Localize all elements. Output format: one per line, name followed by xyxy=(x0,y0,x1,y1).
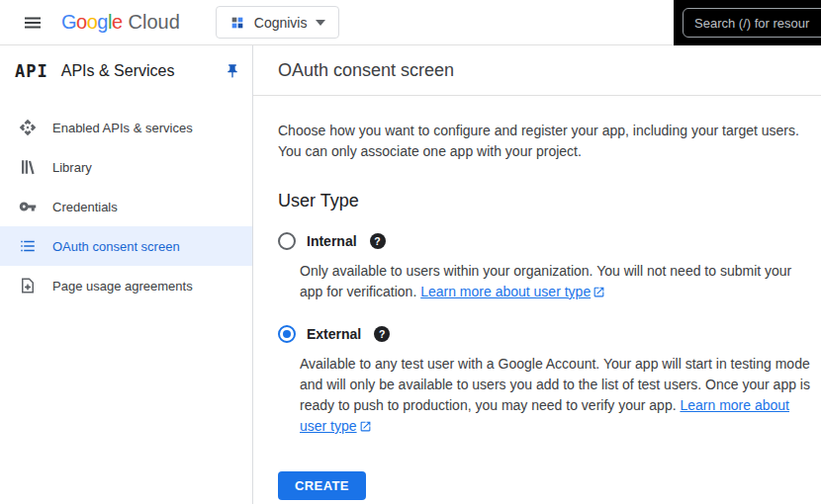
radio-internal[interactable] xyxy=(278,232,296,250)
user-type-option-internal: Internal ? xyxy=(278,232,821,250)
sidebar-nav: Enabled APIs & services Library Credenti… xyxy=(0,96,252,305)
intro-text: Choose how you want to configure and reg… xyxy=(278,121,821,162)
dropdown-arrow-icon xyxy=(316,20,325,26)
menu-icon[interactable] xyxy=(21,11,45,35)
user-type-heading: User Type xyxy=(278,191,821,211)
key-icon xyxy=(19,198,37,215)
search-input[interactable] xyxy=(683,8,821,38)
sidebar-item-library[interactable]: Library xyxy=(0,147,252,187)
option-label-external[interactable]: External xyxy=(307,326,361,342)
google-cloud-console: G o o g l e Cloud Cognivis API APIs & Se… xyxy=(0,0,821,504)
main-header: OAuth consent screen xyxy=(253,45,821,96)
google-cloud-logo: G o o g l e Cloud xyxy=(61,11,180,34)
sidebar-title: APIs & Services xyxy=(61,62,175,80)
create-button[interactable]: CREATE xyxy=(278,471,366,500)
option-description-internal: Only available to users within your orga… xyxy=(300,261,802,304)
library-icon xyxy=(19,158,37,176)
oauth-consent-icon xyxy=(19,237,37,255)
option-description-external: Available to any test user with a Google… xyxy=(300,354,816,439)
project-name: Cognivis xyxy=(254,15,308,31)
sidebar-item-credentials[interactable]: Credentials xyxy=(0,187,252,226)
main-content: Choose how you want to configure and reg… xyxy=(253,96,821,500)
sidebar-item-label: Credentials xyxy=(52,200,118,214)
sidebar-item-page-usage-agreements[interactable]: Page usage agreements xyxy=(0,266,252,305)
search-region xyxy=(674,0,821,45)
help-icon[interactable]: ? xyxy=(370,233,386,249)
sidebar-item-label: Library xyxy=(52,160,92,175)
sidebar-item-label: Page usage agreements xyxy=(52,279,193,294)
logo-cloud-text: Cloud xyxy=(129,11,180,34)
page-agreements-icon xyxy=(19,277,37,294)
user-type-option-external: External ? xyxy=(278,325,821,343)
sidebar-item-enabled-apis[interactable]: Enabled APIs & services xyxy=(0,108,252,147)
logo-letter: G xyxy=(61,11,76,34)
pin-icon[interactable] xyxy=(225,63,240,79)
main-panel: OAuth consent screen Choose how you want… xyxy=(253,45,821,504)
project-icon xyxy=(229,15,245,31)
sidebar: API APIs & Services Enabled APIs & servi… xyxy=(0,45,253,504)
page-title: OAuth consent screen xyxy=(278,60,454,81)
radio-external[interactable] xyxy=(278,325,296,343)
api-logo: API xyxy=(15,61,48,81)
sidebar-item-label: Enabled APIs & services xyxy=(52,121,193,135)
external-link-icon xyxy=(359,418,372,439)
sidebar-item-label: OAuth consent screen xyxy=(52,239,180,254)
help-icon[interactable]: ? xyxy=(374,326,390,342)
top-bar: G o o g l e Cloud Cognivis xyxy=(0,0,821,45)
sidebar-item-oauth-consent-screen[interactable]: OAuth consent screen xyxy=(0,226,252,266)
logo-letter: o xyxy=(87,11,98,34)
logo-letter: o xyxy=(76,11,87,34)
logo-letter: e xyxy=(112,11,123,34)
logo-letter: g xyxy=(97,11,108,34)
sidebar-header: API APIs & Services xyxy=(0,45,252,96)
external-link-icon xyxy=(593,284,605,304)
learn-more-link[interactable]: Learn more about user type xyxy=(420,284,591,299)
hamburger-icon xyxy=(24,14,42,32)
api-icon xyxy=(19,119,37,136)
project-selector[interactable]: Cognivis xyxy=(216,6,340,39)
option-label-internal[interactable]: Internal xyxy=(307,233,357,249)
